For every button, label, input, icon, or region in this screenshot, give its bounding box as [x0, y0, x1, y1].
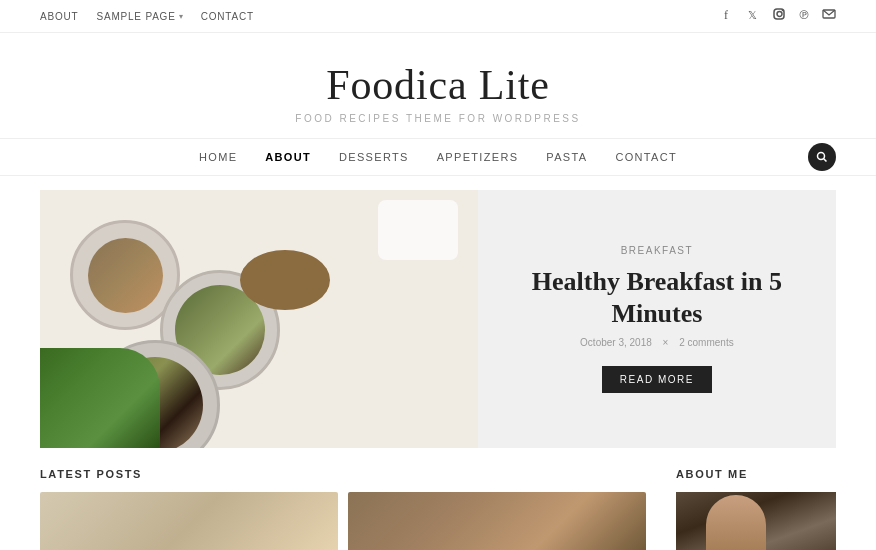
- hero-content: Breakfast Healthy Breakfast in 5 Minutes…: [478, 190, 836, 448]
- topnav-contact[interactable]: CONTACT: [201, 11, 254, 22]
- svg-text:𝕏: 𝕏: [748, 9, 757, 20]
- nav-home[interactable]: HOME: [199, 151, 237, 163]
- nav-pasta[interactable]: PASTA: [546, 151, 587, 163]
- svg-line-8: [824, 159, 827, 162]
- bottom-section: LATEST POSTS ABOUT ME: [40, 468, 836, 550]
- hero-image: [40, 190, 478, 448]
- svg-point-7: [818, 153, 825, 160]
- svg-text:℗: ℗: [798, 8, 810, 20]
- svg-point-4: [782, 10, 784, 12]
- hero-meta: October 3, 2018 × 2 comments: [576, 337, 738, 348]
- food-photo: [40, 190, 478, 448]
- about-me-image: [676, 492, 836, 550]
- svg-text:f: f: [724, 8, 728, 20]
- site-title: Foodica Lite: [0, 61, 876, 109]
- topnav-about[interactable]: ABOUT: [40, 11, 78, 22]
- nav-appetizers[interactable]: APPETIZERS: [437, 151, 519, 163]
- read-more-button[interactable]: READ MORE: [602, 366, 712, 393]
- topnav-sample-label[interactable]: SAMPLE PAGE: [96, 11, 175, 22]
- hero-title: Healthy Breakfast in 5 Minutes: [508, 266, 806, 328]
- post-thumbs: [40, 492, 646, 550]
- search-icon: [816, 151, 828, 163]
- hero-category: Breakfast: [621, 245, 693, 256]
- nav-desserts[interactable]: DESSERTS: [339, 151, 409, 163]
- hero-comments: 2 comments: [679, 337, 733, 348]
- email-icon[interactable]: [822, 8, 836, 24]
- hero-separator: ×: [663, 337, 669, 348]
- latest-posts: LATEST POSTS: [40, 468, 646, 550]
- about-me: ABOUT ME: [676, 468, 836, 550]
- topnav-sample-page[interactable]: SAMPLE PAGE ▾: [96, 11, 182, 22]
- main-nav-links: HOME ABOUT DESSERTS APPETIZERS PASTA CON…: [199, 151, 677, 163]
- top-bar: ABOUT SAMPLE PAGE ▾ CONTACT f 𝕏 ℗: [0, 0, 876, 33]
- nav-about[interactable]: ABOUT: [265, 151, 311, 163]
- top-nav: ABOUT SAMPLE PAGE ▾ CONTACT: [40, 11, 254, 22]
- white-items: [378, 200, 458, 260]
- site-tagline: FOOD RECIPES THEME FOR WORDPRESS: [0, 113, 876, 124]
- chevron-down-icon: ▾: [179, 12, 183, 21]
- post-thumb-1[interactable]: [40, 492, 338, 550]
- latest-posts-title: LATEST POSTS: [40, 468, 646, 480]
- bowl: [240, 250, 330, 310]
- hero-date: October 3, 2018: [580, 337, 652, 348]
- site-header: Foodica Lite FOOD RECIPES THEME FOR WORD…: [0, 33, 876, 138]
- facebook-icon[interactable]: f: [724, 8, 736, 24]
- nav-contact[interactable]: CONTACT: [615, 151, 677, 163]
- hero-section: Breakfast Healthy Breakfast in 5 Minutes…: [40, 190, 836, 448]
- post-thumb-2[interactable]: [348, 492, 646, 550]
- about-me-title: ABOUT ME: [676, 468, 836, 480]
- social-icons: f 𝕏 ℗: [724, 8, 836, 24]
- svg-point-3: [777, 12, 782, 17]
- greens: [40, 348, 160, 448]
- pinterest-icon[interactable]: ℗: [798, 8, 810, 24]
- main-nav: HOME ABOUT DESSERTS APPETIZERS PASTA CON…: [0, 138, 876, 176]
- instagram-icon[interactable]: [773, 8, 786, 24]
- search-button[interactable]: [808, 143, 836, 171]
- twitter-icon[interactable]: 𝕏: [748, 8, 761, 24]
